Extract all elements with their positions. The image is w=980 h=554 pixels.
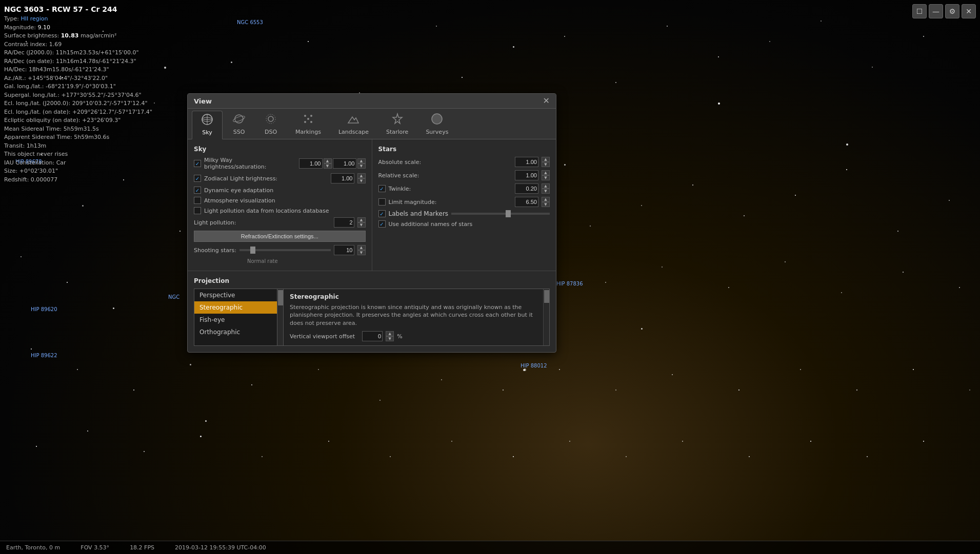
viewport-down[interactable]: ▼ bbox=[386, 336, 394, 341]
markings-tab-icon bbox=[302, 113, 314, 128]
zodiacal-checkbox[interactable] bbox=[194, 175, 201, 182]
shooting-stars-down[interactable]: ▼ bbox=[357, 250, 366, 255]
projection-perspective[interactable]: Perspective bbox=[194, 289, 283, 301]
absolute-scale-input[interactable] bbox=[515, 157, 538, 167]
tab-landscape[interactable]: Landscape bbox=[330, 111, 377, 139]
viewport-label: Vertical viewport offset bbox=[290, 333, 355, 340]
atmosphere-checkbox[interactable] bbox=[194, 197, 201, 204]
absolute-scale-up[interactable]: ▲ bbox=[542, 157, 550, 162]
svg-point-8 bbox=[304, 115, 306, 117]
tab-markings[interactable]: Markings bbox=[287, 111, 329, 139]
relative-scale-label: Relative scale: bbox=[378, 172, 512, 179]
labels-markers-slider[interactable] bbox=[451, 213, 550, 215]
refraction-button[interactable]: Refraction/Extinction settings... bbox=[194, 231, 366, 242]
zodiacal-label: Zodiacal Light brightness: bbox=[204, 175, 328, 182]
projection-selected-name: Stereographic bbox=[290, 293, 543, 300]
dialog-close-button[interactable]: ✕ bbox=[543, 97, 550, 105]
atmosphere-row: Atmosphere visualization bbox=[194, 197, 366, 204]
shooting-stars-up[interactable]: ▲ bbox=[357, 245, 366, 250]
projection-stereographic[interactable]: Stereographic bbox=[194, 301, 283, 314]
milky-way-saturation-input[interactable] bbox=[333, 158, 356, 169]
milky-way-brightness-input[interactable] bbox=[299, 158, 323, 169]
window-controls: ☐ — ⚙ ✕ bbox=[912, 4, 976, 18]
labels-markers-checkbox[interactable] bbox=[378, 210, 386, 217]
starlore-tab-icon bbox=[391, 113, 404, 128]
maximize-button[interactable]: ☐ bbox=[912, 4, 927, 18]
relative-scale-input[interactable] bbox=[515, 170, 538, 180]
light-pollution-db-checkbox[interactable] bbox=[194, 207, 201, 214]
milky-way-spinners: ▲ ▼ ▲ ▼ bbox=[299, 158, 366, 169]
tab-sky-label: Sky bbox=[202, 129, 212, 136]
ngc-label-6553: NGC 6553 bbox=[237, 19, 263, 25]
absolute-scale-down[interactable]: ▼ bbox=[542, 162, 550, 167]
shooting-stars-input[interactable] bbox=[334, 245, 354, 255]
minimize-button[interactable]: — bbox=[929, 4, 943, 18]
dynamic-eye-row: Dynamic eye adaptation bbox=[194, 187, 366, 194]
tab-surveys-label: Surveys bbox=[426, 129, 448, 135]
tab-sso[interactable]: SSO bbox=[224, 111, 254, 139]
hip-label-89620: HIP 89620 bbox=[31, 306, 57, 312]
light-pollution-up[interactable]: ▲ bbox=[357, 217, 366, 222]
viewport-input[interactable] bbox=[362, 331, 383, 341]
light-pollution-db-label: Light pollution data from locations data… bbox=[204, 208, 366, 214]
labels-markers-row: Labels and Markers bbox=[378, 210, 550, 217]
milky-way-brightness-up[interactable]: ▲ bbox=[324, 158, 332, 163]
dynamic-eye-checkbox[interactable] bbox=[194, 187, 201, 194]
twinkle-row: Twinkle: ▲ ▼ bbox=[378, 183, 550, 194]
limit-magnitude-down[interactable]: ▼ bbox=[542, 202, 550, 207]
shooting-stars-row: Shooting stars: ▲ ▼ bbox=[194, 245, 366, 255]
tab-sky[interactable]: Sky bbox=[192, 111, 223, 139]
hip-label-89622: HIP 89622 bbox=[31, 353, 57, 358]
projection-desc-scroll-thumb[interactable] bbox=[544, 290, 549, 303]
additional-names-row: Use additional names of stars bbox=[378, 220, 550, 228]
tab-starlore-label: Starlore bbox=[386, 129, 408, 135]
viewport-row: Vertical viewport offset ▲ ▼ % bbox=[290, 331, 543, 341]
twinkle-input[interactable] bbox=[515, 183, 538, 194]
tab-starlore[interactable]: Starlore bbox=[378, 111, 416, 139]
labels-markers-thumb[interactable] bbox=[506, 210, 511, 217]
view-dialog: View ✕ Sky SSO DSO Markings bbox=[187, 93, 556, 353]
hip-label-87836: HIP 87836 bbox=[556, 281, 583, 286]
projection-desc-scrollbar[interactable] bbox=[543, 289, 549, 345]
twinkle-up[interactable]: ▲ bbox=[542, 183, 550, 189]
additional-names-label: Use additional names of stars bbox=[389, 221, 550, 228]
shooting-stars-thumb[interactable] bbox=[250, 247, 255, 254]
milky-way-checkbox[interactable] bbox=[194, 160, 201, 167]
shooting-stars-slider[interactable] bbox=[239, 249, 331, 251]
milky-way-brightness-down[interactable]: ▼ bbox=[324, 163, 332, 169]
milky-way-saturation-down[interactable]: ▼ bbox=[357, 163, 366, 169]
sky-panel-title: Sky bbox=[194, 146, 366, 153]
viewport-up[interactable]: ▲ bbox=[386, 331, 394, 336]
limit-magnitude-input[interactable] bbox=[515, 197, 538, 207]
svg-point-14 bbox=[432, 114, 442, 124]
projection-fish-eye[interactable]: Fish-eye bbox=[194, 314, 283, 326]
landscape-tab-icon bbox=[347, 113, 359, 128]
zodiacal-down[interactable]: ▼ bbox=[357, 178, 366, 183]
limit-magnitude-up[interactable]: ▲ bbox=[542, 197, 550, 202]
settings-button[interactable]: ⚙ bbox=[945, 4, 959, 18]
additional-names-checkbox[interactable] bbox=[378, 220, 386, 228]
milky-way-row: Milky Way brightness/saturation: ▲ ▼ ▲ ▼ bbox=[194, 157, 366, 170]
milky-way-saturation-up[interactable]: ▲ bbox=[357, 158, 366, 163]
dialog-header: View ✕ bbox=[188, 94, 556, 109]
tab-dso[interactable]: DSO bbox=[255, 111, 286, 139]
projection-list-scroll-thumb[interactable] bbox=[278, 290, 283, 305]
light-pollution-down[interactable]: ▼ bbox=[357, 222, 366, 228]
projection-list-scrollbar[interactable] bbox=[277, 289, 283, 345]
zodiacal-up[interactable]: ▲ bbox=[357, 173, 366, 178]
svg-point-11 bbox=[304, 121, 306, 123]
relative-scale-up[interactable]: ▲ bbox=[542, 170, 550, 175]
twinkle-down[interactable]: ▼ bbox=[542, 189, 550, 194]
limit-magnitude-row: Limit magnitude: ▲ ▼ bbox=[378, 197, 550, 207]
zodiacal-input[interactable] bbox=[331, 173, 354, 183]
projection-orthographic[interactable]: Orthographic bbox=[194, 326, 283, 338]
relative-scale-down[interactable]: ▼ bbox=[542, 175, 550, 180]
status-fps: 18.2 FPS bbox=[130, 544, 154, 551]
stars-panel-title: Stars bbox=[378, 146, 550, 153]
light-pollution-input[interactable] bbox=[334, 217, 354, 228]
projection-list: Perspective Stereographic Fish-eye Ortho… bbox=[194, 289, 284, 346]
twinkle-checkbox[interactable] bbox=[378, 185, 386, 192]
close-button[interactable]: ✕ bbox=[962, 4, 976, 18]
limit-magnitude-checkbox[interactable] bbox=[378, 198, 386, 206]
tab-surveys[interactable]: Surveys bbox=[417, 111, 456, 139]
